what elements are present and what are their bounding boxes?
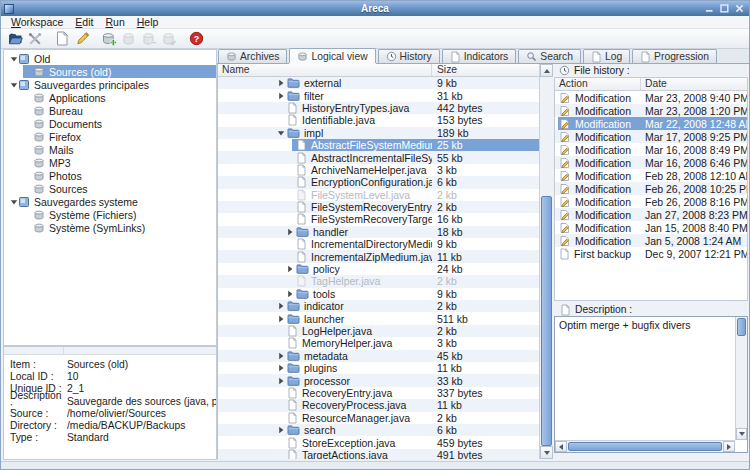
file-row[interactable]: FileSystemRecoveryEntry.java2 kb <box>218 201 539 213</box>
history-row[interactable]: ModificationJan 15, 2008 8:40 PM <box>555 221 747 234</box>
minimize-button[interactable] <box>704 4 714 14</box>
tab-progression[interactable]: Progression <box>632 49 717 63</box>
description-hscrollbar[interactable] <box>555 440 735 452</box>
sidebar-item-firefox[interactable]: Firefox <box>4 130 216 143</box>
sidebar-item-sources-old-[interactable]: Sources (old) <box>4 65 216 78</box>
sidebar-item-syst-me-symlinks-[interactable]: Système (SymLinks) <box>4 221 216 234</box>
history-row[interactable]: ModificationFeb 26, 2008 10:25 PM <box>555 182 747 195</box>
file-row[interactable]: MemoryHelper.java3 kb <box>218 337 539 349</box>
file-row-folder[interactable]: processor33 kb <box>218 374 539 386</box>
history-row[interactable]: ModificationFeb 26, 2008 8:16 PM <box>555 195 747 208</box>
column-size[interactable]: Size <box>432 64 553 76</box>
chevron-down-icon[interactable] <box>277 129 285 137</box>
column-date[interactable]: Date <box>641 78 747 90</box>
file-row[interactable]: RecoveryEntry.java337 bytes <box>218 387 539 399</box>
scroll-down-button[interactable] <box>540 446 553 459</box>
file-row[interactable]: TargetActions.java491 bytes <box>218 449 539 459</box>
file-row[interactable]: AbstractFileSystemMedium.java25 kb <box>218 139 539 151</box>
column-action[interactable]: Action <box>555 78 641 90</box>
workspace-tools-button[interactable] <box>25 30 45 48</box>
chevron-right-icon[interactable] <box>286 290 294 298</box>
description-textarea[interactable]: Optim merge + bugfix divers <box>554 316 748 453</box>
chevron-right-icon[interactable] <box>277 302 285 310</box>
scroll-up-button[interactable] <box>540 64 553 77</box>
menu-workspace[interactable]: Workspace <box>5 16 69 28</box>
sidebar-item-bureau[interactable]: Bureau <box>4 104 216 117</box>
history-row[interactable]: ModificationMar 23, 2008 1:20 PM <box>555 104 747 117</box>
sidebar-item-photos[interactable]: Photos <box>4 169 216 182</box>
chevron-right-icon[interactable] <box>277 315 285 323</box>
file-row-folder[interactable]: search6 kb <box>218 424 539 436</box>
file-row-folder[interactable]: filter31 kb <box>218 89 539 101</box>
close-button[interactable] <box>734 4 744 14</box>
scroll-right-button[interactable] <box>723 441 735 452</box>
history-row[interactable]: ModificationMar 16, 2008 8:49 PM <box>555 143 747 156</box>
chevron-right-icon[interactable] <box>286 228 294 236</box>
chevron-down-icon[interactable] <box>9 81 18 89</box>
sidebar-item-syst-me-fichiers-[interactable]: Système (Fichiers) <box>4 208 216 221</box>
chevron-down-icon[interactable] <box>9 198 18 206</box>
chevron-right-icon[interactable] <box>277 79 285 87</box>
new-target-button[interactable] <box>52 30 72 48</box>
open-workspace-button[interactable] <box>5 30 25 48</box>
file-row[interactable]: EncryptionConfiguration.java6 kb <box>218 176 539 188</box>
scroll-left-button[interactable] <box>555 441 567 452</box>
history-row[interactable]: ModificationJan 5, 2008 1:24 AM <box>555 234 747 247</box>
chevron-right-icon[interactable] <box>277 377 285 385</box>
sidebar-item-mp3[interactable]: MP3 <box>4 156 216 169</box>
file-row-folder[interactable]: impl189 kb <box>218 127 539 139</box>
chevron-right-icon[interactable] <box>277 92 285 100</box>
sidebar-item-documents[interactable]: Documents <box>4 117 216 130</box>
file-row[interactable]: HistoryEntryTypes.java442 bytes <box>218 102 539 114</box>
tab-search[interactable]: Search <box>518 49 581 63</box>
backup-target-button[interactable] <box>99 30 119 48</box>
file-row-folder[interactable]: indicator2 kb <box>218 300 539 312</box>
tab-history[interactable]: History <box>378 49 440 63</box>
file-row[interactable]: FileSystemLevel.java2 kb <box>218 189 539 201</box>
title-bar[interactable]: Areca <box>1 1 749 16</box>
file-row-folder[interactable]: plugins11 kb <box>218 362 539 374</box>
file-row-folder[interactable]: handler18 kb <box>218 226 539 238</box>
scrollbar-thumb[interactable] <box>541 196 552 446</box>
menu-run[interactable]: Run <box>99 16 130 28</box>
history-row[interactable]: ModificationMar 22, 2008 12:48 AM <box>555 117 747 130</box>
history-row[interactable]: ModificationMar 17, 2008 9:25 PM <box>555 130 747 143</box>
description-vscrollbar[interactable] <box>735 317 747 440</box>
file-row[interactable]: IncrementalZipMedium.java11 kb <box>218 250 539 262</box>
history-row[interactable]: First backupDec 9, 2007 12:21 PM <box>555 247 747 260</box>
file-table-header[interactable]: Name Size <box>218 64 553 77</box>
maximize-button[interactable] <box>719 4 729 14</box>
history-row[interactable]: ModificationFeb 28, 2008 12:10 AM <box>555 169 747 182</box>
file-row-folder[interactable]: launcher511 kb <box>218 312 539 324</box>
file-row[interactable]: AbstractIncrementalFileSystemMedi.55 kb <box>218 151 539 163</box>
tab-logical-view[interactable]: Logical view <box>289 48 375 63</box>
column-name[interactable]: Name <box>218 64 432 76</box>
chevron-right-icon[interactable] <box>277 352 285 360</box>
file-row[interactable]: RecoveryProcess.java11 kb <box>218 399 539 411</box>
sidebar-item-sauvegardes-systeme[interactable]: Sauvegardes systeme <box>4 195 216 208</box>
history-row[interactable]: ModificationJan 27, 2008 8:23 PM <box>555 208 747 221</box>
file-row[interactable]: Identifiable.java153 bytes <box>218 114 539 126</box>
tab-indicators[interactable]: Indicators <box>442 49 517 63</box>
chevron-right-icon[interactable] <box>286 265 294 273</box>
file-row[interactable]: FileSystemRecoveryTarget.java16 kb <box>218 213 539 225</box>
scrollbar-thumb[interactable] <box>737 318 746 336</box>
history-table-header[interactable]: Action Date <box>555 78 747 91</box>
menu-edit[interactable]: Edit <box>69 16 99 28</box>
sidebar-item-applications[interactable]: Applications <box>4 91 216 104</box>
help-button[interactable]: ? <box>186 30 206 48</box>
sidebar-item-mails[interactable]: Mails <box>4 143 216 156</box>
target-tree[interactable]: OldSources (old)Sauvegardes principalesA… <box>3 49 217 346</box>
scroll-down-button[interactable] <box>736 428 747 440</box>
menu-help[interactable]: Help <box>131 16 165 28</box>
sidebar-item-sauvegardes-principales[interactable]: Sauvegardes principales <box>4 78 216 91</box>
history-row[interactable]: ModificationMar 23, 2008 9:40 PM <box>555 91 747 104</box>
sidebar-item-sources[interactable]: Sources <box>4 182 216 195</box>
tab-archives[interactable]: Archives <box>218 49 287 63</box>
chevron-right-icon[interactable] <box>277 364 285 372</box>
sidebar-item-old[interactable]: Old <box>4 52 216 65</box>
file-row[interactable]: ResourceManager.java2 kb <box>218 412 539 424</box>
file-table-scrollbar[interactable] <box>539 64 553 459</box>
edit-target-button[interactable] <box>72 30 92 48</box>
file-row[interactable]: LogHelper.java2 kb <box>218 325 539 337</box>
